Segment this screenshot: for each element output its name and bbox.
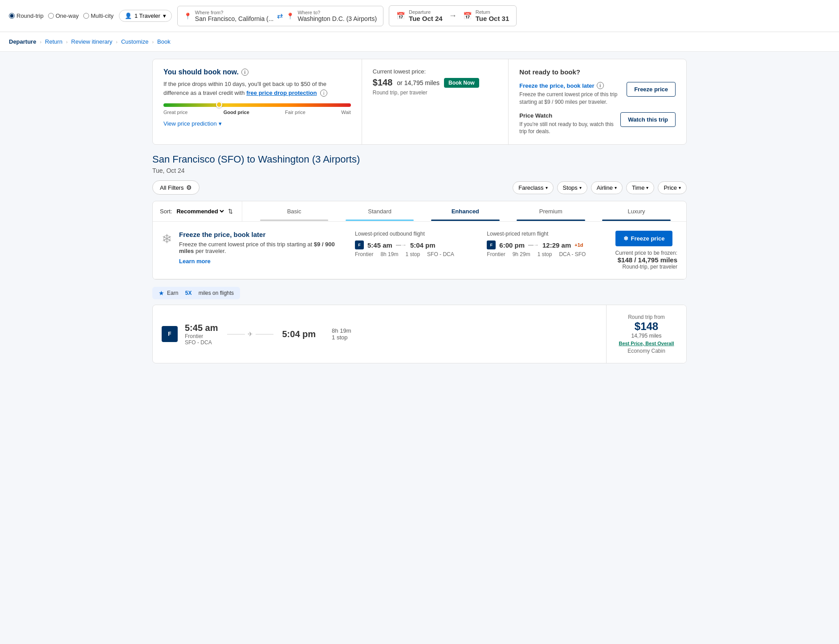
freeze-price-card: ❄ Freeze the price, book later Freeze th… xyxy=(153,222,686,279)
freeze-card-price: ❄ Freeze price Current price to be froze… xyxy=(615,231,677,270)
filter-icon: ⚙ xyxy=(186,184,192,191)
chevron-down-icon: ▾ xyxy=(163,12,166,19)
price-watch-section: Price Watch If you're still not ready to… xyxy=(519,112,676,136)
freeze-price-title: Freeze the price, book later i xyxy=(519,82,621,89)
calendar-icon-2: 📅 xyxy=(463,12,472,20)
location-icon-2: 📍 xyxy=(286,12,294,20)
outbound-details: Frontier 8h 19m 1 stop SFO - DCA xyxy=(355,251,476,257)
book-now-button[interactable]: Book Now xyxy=(444,78,479,88)
tab-premium[interactable]: Premium xyxy=(508,202,594,221)
route-block[interactable]: 📍 Where from? San Francisco, California … xyxy=(177,6,383,26)
search-bar: Round-trip One-way Multi-city 👤 1 Travel… xyxy=(0,0,839,32)
view-price-prediction-button[interactable]: View price prediction ▾ xyxy=(163,120,351,127)
free-protection-link[interactable]: free price drop protection xyxy=(246,90,317,96)
freeze-info-icon[interactable]: i xyxy=(597,82,604,89)
protection-info-icon[interactable]: i xyxy=(320,90,327,97)
flight-arrow-2: —→ xyxy=(528,242,539,248)
freeze-card-body: Freeze the price, book later Freeze the … xyxy=(179,231,348,265)
earn-miles-banner: ★ Earn 5X miles on flights xyxy=(152,287,240,299)
round-trip-option[interactable]: Round-trip xyxy=(9,12,44,19)
chevron-down-stops: ▾ xyxy=(579,185,582,190)
return-flight-row: F 6:00 pm —→ 12:29 am +1d xyxy=(487,240,608,249)
return-flight-col: Lowest-priced return flight F 6:00 pm —→… xyxy=(487,231,608,257)
chevron-down-airline: ▾ xyxy=(615,185,617,190)
trip-type-group: Round-trip One-way Multi-city xyxy=(9,12,114,19)
calendar-icon: 📅 xyxy=(396,12,405,20)
sort-select[interactable]: Recommended xyxy=(175,208,225,215)
flight-depart-block: 5:45 am Frontier SFO - DCA xyxy=(185,323,218,346)
return-details: Frontier 9h 29m 1 stop DCA - SFO xyxy=(487,251,608,257)
chevron-down-time: ▾ xyxy=(646,185,648,190)
price-banner-left: You should book now. i If the price drop… xyxy=(153,59,362,144)
main-content: You should book now. i If the price drop… xyxy=(143,52,696,378)
swap-icon[interactable]: ⇄ xyxy=(277,12,283,20)
arrow-icon: → xyxy=(449,11,457,20)
book-now-title: You should book now. i xyxy=(163,68,351,76)
breadcrumb-book[interactable]: Book xyxy=(157,38,171,45)
freeze-price-card-button[interactable]: ❄ Freeze price xyxy=(615,231,673,246)
fare-header: Sort: Recommended ⇅ Basic Standard Enhan… xyxy=(153,201,686,222)
time-filter[interactable]: Time ▾ xyxy=(626,181,654,194)
learn-more-link[interactable]: Learn more xyxy=(179,258,211,265)
tab-basic[interactable]: Basic xyxy=(251,202,337,221)
fareclass-filter[interactable]: Fareclass ▾ xyxy=(513,181,553,194)
flight-duration-block: ✈ xyxy=(227,330,273,338)
filters-row: All Filters ⚙ Fareclass ▾ Stops ▾ Airlin… xyxy=(152,180,687,195)
tab-enhanced[interactable]: Enhanced xyxy=(423,202,508,221)
multi-city-option[interactable]: Multi-city xyxy=(83,12,114,19)
price-bar-labels: Great price Good price Fair price Wait xyxy=(163,110,351,115)
best-price-badge[interactable]: Best Price, Best Overall xyxy=(619,341,674,346)
one-way-option[interactable]: One-way xyxy=(48,12,79,19)
price-banner-right: Not ready to book? Freeze the price, boo… xyxy=(509,59,686,144)
route-date: Tue, Oct 24 xyxy=(152,167,687,174)
star-icon: ★ xyxy=(159,289,164,297)
flight-price-box[interactable]: Round trip from $148 14,795 miles Best P… xyxy=(606,305,686,363)
all-filters-button[interactable]: All Filters ⚙ xyxy=(152,180,200,195)
airline-filter[interactable]: Airline ▾ xyxy=(591,181,623,194)
breadcrumb: Departure › Return › Review itinerary › … xyxy=(0,32,839,52)
price-bar-indicator xyxy=(216,102,222,108)
plane-icon: ✈ xyxy=(248,330,253,338)
flight-card[interactable]: F 5:45 am Frontier SFO - DCA ✈ 5:04 pm 8… xyxy=(152,305,687,363)
departure-date[interactable]: 📅 Departure Tue Oct 24 xyxy=(396,9,443,22)
flight-arrive-block: 5:04 pm xyxy=(282,329,316,339)
outbound-times: 5:45 am —→ 5:04 pm xyxy=(367,241,436,249)
freeze-snowflake-icon: ❄ xyxy=(162,232,172,246)
outbound-flight-row: F 5:45 am —→ 5:04 pm xyxy=(355,240,476,249)
sort-chevron: ⇅ xyxy=(228,208,233,215)
current-freeze-price: Current price to be frozen: $148 / 14,79… xyxy=(615,250,677,270)
breadcrumb-customize[interactable]: Customize xyxy=(121,38,148,45)
breadcrumb-return[interactable]: Return xyxy=(45,38,62,45)
fare-table: Sort: Recommended ⇅ Basic Standard Enhan… xyxy=(152,201,687,280)
chevron-down-price: ▾ xyxy=(679,185,681,190)
freeze-card-flights: Lowest-priced outbound flight F 5:45 am … xyxy=(355,231,608,257)
date-block[interactable]: 📅 Departure Tue Oct 24 → 📅 Return Tue Oc… xyxy=(389,5,517,26)
freeze-card-desc: Freeze the current lowest price of this … xyxy=(179,241,348,254)
freeze-price-button[interactable]: Freeze price xyxy=(627,82,676,97)
tab-line-enhanced xyxy=(431,220,500,221)
price-filter[interactable]: Price ▾ xyxy=(658,181,687,194)
price-desc: If the price drops within 10 days, you'l… xyxy=(163,80,351,97)
freeze-card-title: Freeze the price, book later xyxy=(179,231,348,238)
breadcrumb-sep-4: › xyxy=(152,39,154,45)
return-label: Lowest-priced return flight xyxy=(487,231,608,237)
breadcrumb-review[interactable]: Review itinerary xyxy=(71,38,112,45)
route-title-section: San Francisco (SFO) to Washington (3 Air… xyxy=(152,154,687,174)
stops-filter[interactable]: Stops ▾ xyxy=(557,181,587,194)
fare-tabs: Basic Standard Enhanced Premium Luxury xyxy=(251,202,679,221)
return-date[interactable]: 📅 Return Tue Oct 31 xyxy=(463,9,509,22)
tab-line-basic xyxy=(260,220,329,221)
day-diff-badge: +1d xyxy=(574,242,583,248)
breadcrumb-sep-2: › xyxy=(66,39,68,45)
outbound-label: Lowest-priced outbound flight xyxy=(355,231,476,237)
outbound-flight-col: Lowest-priced outbound flight F 5:45 am … xyxy=(355,231,476,257)
filter-chips: Fareclass ▾ Stops ▾ Airline ▾ Time ▾ Pri… xyxy=(513,181,687,194)
tab-standard[interactable]: Standard xyxy=(337,202,423,221)
watch-trip-button[interactable]: Watch this trip xyxy=(620,112,676,127)
travelers-button[interactable]: 👤 1 Traveler ▾ xyxy=(119,10,172,22)
price-banner-middle: Current lowest price: $148 or 14,795 mil… xyxy=(362,59,509,144)
route-title: San Francisco (SFO) to Washington (3 Air… xyxy=(152,154,687,165)
breadcrumb-departure[interactable]: Departure xyxy=(9,38,36,45)
info-icon[interactable]: i xyxy=(241,69,248,76)
tab-luxury[interactable]: Luxury xyxy=(594,202,679,221)
